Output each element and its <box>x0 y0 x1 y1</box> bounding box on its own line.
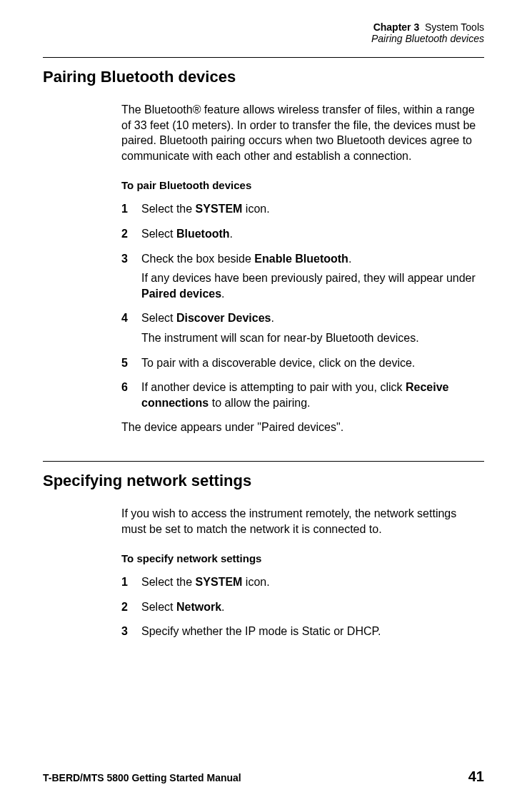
step-body: Select the SYSTEM icon. <box>141 201 484 217</box>
chapter-title-text: System Tools <box>425 21 484 33</box>
step-number: 5 <box>121 355 141 371</box>
list-item: 3 Specify whether the IP mode is Static … <box>121 624 484 639</box>
section2-step-list: 1 Select the SYSTEM icon. 2 Select Netwo… <box>121 574 484 639</box>
chapter-label: Chapter 3 <box>373 21 420 33</box>
step-body: If another device is attempting to pair … <box>141 380 484 410</box>
step-body: Specify whether the IP mode is Static or… <box>141 624 484 639</box>
step-text: . <box>221 601 224 613</box>
step-body: Check the box beside Enable Bluetooth. I… <box>141 251 484 302</box>
section1-step-list: 1 Select the SYSTEM icon. 2 Select Bluet… <box>121 201 484 410</box>
step-text: Select the <box>141 203 196 215</box>
step-text: If another device is attempting to pair … <box>141 381 406 393</box>
section2-content: If you wish to access the instrument rem… <box>121 506 484 639</box>
list-item: 3 Check the box beside Enable Bluetooth.… <box>121 251 484 302</box>
step-body: Select Network. <box>141 599 484 615</box>
section1-content: The Bluetooth® feature allows wireless t… <box>121 102 484 435</box>
footer-page-number: 41 <box>468 768 484 785</box>
step-bold: Enable Bluetooth <box>254 253 348 265</box>
section1-heading: Pairing Bluetooth devices <box>43 68 484 86</box>
section-divider <box>43 461 484 462</box>
footer-title: T-BERD/MTS 5800 Getting Started Manual <box>43 772 241 783</box>
list-item: 2 Select Network. <box>121 599 484 615</box>
list-item: 1 Select the SYSTEM icon. <box>121 201 484 217</box>
step-text: icon. <box>242 203 269 215</box>
step-bold: Bluetooth <box>176 228 230 240</box>
step-text: Specify whether the IP mode is Static or… <box>141 625 381 637</box>
step-sub-text: The instrument will scan for near-by Blu… <box>141 330 484 346</box>
step-bold: SYSTEM <box>196 203 243 215</box>
header-divider <box>43 57 484 58</box>
step-body: Select the SYSTEM icon. <box>141 574 484 590</box>
step-bold: Discover Devices <box>176 312 271 324</box>
section2-intro: If you wish to access the instrument rem… <box>121 506 484 537</box>
step-text: To pair with a discoverable device, clic… <box>141 357 415 369</box>
list-item: 5 To pair with a discoverable device, cl… <box>121 355 484 371</box>
list-item: 6 If another device is attempting to pai… <box>121 380 484 410</box>
step-text: Select <box>141 312 176 324</box>
step-body: Select Discover Devices. The instrument … <box>141 310 484 345</box>
page-header: Chapter 3 System Tools Pairing Bluetooth… <box>43 21 484 44</box>
step-body: Select Bluetooth. <box>141 226 484 242</box>
list-item: 2 Select Bluetooth. <box>121 226 484 242</box>
step-number: 1 <box>121 201 141 217</box>
step-text: icon. <box>242 576 269 588</box>
step-sub-prefix: If any devices have been previously pair… <box>141 272 476 284</box>
step-sub-bold: Paired devices <box>141 288 221 300</box>
page-footer: T-BERD/MTS 5800 Getting Started Manual 4… <box>43 768 484 785</box>
step-number: 4 <box>121 310 141 345</box>
step-text: Check the box beside <box>141 253 254 265</box>
list-item: 1 Select the SYSTEM icon. <box>121 574 484 590</box>
section1-sub-heading: To pair Bluetooth devices <box>121 179 484 191</box>
section1-intro: The Bluetooth® feature allows wireless t… <box>121 102 484 163</box>
step-sub-suffix: . <box>221 288 224 300</box>
step-text: . <box>348 253 351 265</box>
step-number: 6 <box>121 380 141 410</box>
step-text: Select the <box>141 576 196 588</box>
step-number: 3 <box>121 251 141 302</box>
list-item: 4 Select Discover Devices. The instrumen… <box>121 310 484 345</box>
step-text: Select <box>141 601 176 613</box>
step-bold: Network <box>176 601 221 613</box>
step-number: 2 <box>121 599 141 615</box>
section2-heading: Specifying network settings <box>43 472 484 490</box>
step-body: To pair with a discoverable device, clic… <box>141 355 484 371</box>
step-number: 3 <box>121 624 141 639</box>
step-text: . <box>230 228 233 240</box>
section2-sub-heading: To specify network settings <box>121 552 484 564</box>
header-subtitle: Pairing Bluetooth devices <box>43 33 484 44</box>
step-number: 2 <box>121 226 141 242</box>
step-text: to allow the pairing. <box>209 397 310 409</box>
step-bold: SYSTEM <box>196 576 243 588</box>
step-number: 1 <box>121 574 141 590</box>
step-text: . <box>271 312 273 324</box>
section1-closing: The device appears under "Paired devices… <box>121 420 484 435</box>
step-text: Select <box>141 228 176 240</box>
step-sub-text: If any devices have been previously pair… <box>141 270 484 301</box>
header-chapter-line: Chapter 3 System Tools <box>43 21 484 33</box>
